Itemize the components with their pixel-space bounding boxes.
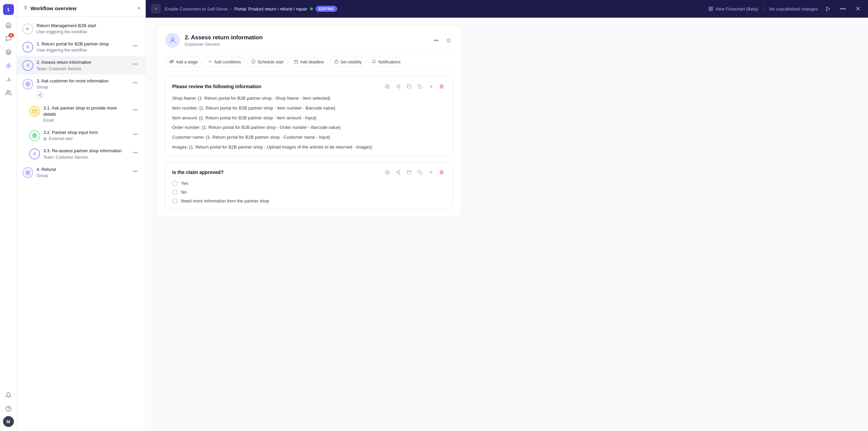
- svg-rect-30: [711, 7, 712, 8]
- content-blocks: Please review the following information: [165, 76, 453, 210]
- svg-rect-48: [419, 86, 422, 89]
- block-branch-button[interactable]: [394, 82, 403, 91]
- sidebar-item-more-step1[interactable]: •••: [130, 41, 140, 51]
- sidebar-header-icon: [22, 5, 28, 12]
- add-conditions-button[interactable]: Add conditions: [203, 57, 245, 67]
- schedule-start-button[interactable]: Schedule start: [247, 57, 288, 67]
- svg-point-27: [34, 153, 36, 154]
- notifications-button[interactable]: Notifications: [367, 57, 405, 67]
- svg-line-54: [398, 173, 399, 173]
- sidebar-item-sub-step1: User triggering the workflow: [37, 48, 127, 53]
- svg-point-50: [387, 172, 388, 173]
- nav-layers[interactable]: [2, 46, 15, 58]
- set-visibility-button[interactable]: Set visibility: [330, 57, 366, 67]
- sidebar: Workflow overview ▾ Return Management B2…: [17, 0, 146, 431]
- sidebar-item-start[interactable]: Return Management B2B start User trigger…: [17, 19, 145, 38]
- stage-more-button[interactable]: •••: [431, 36, 441, 45]
- svg-rect-36: [294, 60, 298, 63]
- block-claim-title: Is the claim approved?: [172, 170, 224, 175]
- sidebar-chevron-icon[interactable]: ▾: [138, 6, 140, 11]
- svg-line-55: [398, 171, 399, 172]
- sidebar-item-more-step4[interactable]: •••: [130, 166, 140, 176]
- topbar-flowchart-button[interactable]: View Flowchart (Beta): [708, 6, 758, 12]
- block-claim-settings-button[interactable]: [383, 168, 392, 177]
- nav-help[interactable]: [2, 403, 15, 415]
- radio-option-more-info[interactable]: Need more information from the partner s…: [172, 198, 446, 204]
- sidebar-item-avatar-step3-3: [29, 149, 40, 159]
- nav-chart[interactable]: [2, 73, 15, 85]
- block-claim-branch-button[interactable]: [394, 168, 403, 177]
- stage-title-block: 2. Assess return information Customer Se…: [185, 34, 427, 47]
- block-claim-copy-button[interactable]: [416, 168, 424, 177]
- add-stage-button[interactable]: Add a stage: [165, 57, 202, 67]
- app-logo[interactable]: 1: [3, 4, 14, 15]
- block-move-button[interactable]: [426, 82, 435, 91]
- sidebar-item-more-step3-3[interactable]: •••: [130, 148, 140, 157]
- set-visibility-label: Set visibility: [341, 60, 362, 64]
- add-deadline-button[interactable]: Add deadline: [289, 57, 328, 67]
- sidebar-item-step1[interactable]: 1. Return portal for B2B partner shop Us…: [17, 38, 145, 56]
- nav-home[interactable]: [2, 19, 15, 31]
- sidebar-item-step2[interactable]: 2. Assess return information Team: Custo…: [17, 56, 145, 74]
- block-claim-move-button[interactable]: [426, 168, 435, 177]
- topbar-close-button[interactable]: ✕: [853, 4, 863, 14]
- svg-line-46: [398, 85, 399, 86]
- sidebar-item-name-step4: 4. Refund: [37, 166, 127, 173]
- nav-bell[interactable]: [2, 389, 15, 401]
- block-review-title: Please review the following information: [172, 84, 261, 89]
- sidebar-item-avatar-start: [22, 23, 33, 34]
- main-content: 2. Assess return information Customer Se…: [146, 18, 868, 431]
- svg-marker-14: [27, 27, 29, 31]
- sidebar-item-step4[interactable]: 4. Refund Group •••: [17, 163, 145, 181]
- svg-point-51: [399, 170, 400, 172]
- schedule-start-icon: [251, 59, 256, 65]
- radio-option-yes[interactable]: Yes: [172, 181, 446, 186]
- block-review-text: Shop Name: {1. Return portal for B2B par…: [172, 95, 446, 151]
- sidebar-item-name-step3-1: 3.1. Ask partner shop to provide more de…: [43, 105, 127, 117]
- nav-workflow[interactable]: [2, 60, 15, 72]
- sidebar-item-content-step2: 2. Assess return information Team: Custo…: [37, 59, 127, 71]
- radio-option-no[interactable]: No: [172, 190, 446, 195]
- sidebar-item-step3-1[interactable]: 3.1. Ask partner shop to provide more de…: [17, 102, 145, 126]
- block-delete-button[interactable]: [437, 82, 446, 91]
- topbar-collapse-button[interactable]: [151, 4, 161, 14]
- stage-trash-button[interactable]: [444, 36, 453, 45]
- sidebar-item-avatar-step3-2: [29, 130, 40, 141]
- sidebar-item-sub-step3: Group: [37, 85, 127, 90]
- block-copy-button[interactable]: [416, 82, 424, 91]
- radio-label-no: No: [181, 190, 187, 195]
- sidebar-item-step3[interactable]: 3. Ask customer for more information Gro…: [17, 75, 145, 102]
- add-conditions-icon: [208, 59, 212, 65]
- sidebar-item-sub-step2: Team: Customer Service: [37, 66, 127, 71]
- sidebar-item-step3-2[interactable]: 3.2. Partner shop input form External us…: [17, 126, 145, 144]
- block-settings-button[interactable]: [383, 82, 392, 91]
- sidebar-item-more-step2[interactable]: •••: [130, 59, 140, 69]
- sidebar-item-more-step3[interactable]: •••: [130, 78, 140, 87]
- sidebar-item-avatar-step2: [22, 60, 33, 71]
- sidebar-item-sub-start: User triggering the workflow: [37, 30, 140, 34]
- sidebar-item-name-step3: 3. Ask customer for more information: [37, 78, 127, 84]
- svg-point-19: [39, 94, 40, 95]
- sidebar-item-name-start: Return Management B2B start: [37, 23, 140, 29]
- nav-inbox[interactable]: 8: [2, 33, 15, 45]
- svg-point-1: [7, 65, 9, 67]
- sidebar-item-more-step3-2[interactable]: •••: [130, 130, 140, 139]
- block-text-line-1: Item number: {1. Return portal for B2B p…: [172, 105, 446, 112]
- user-avatar[interactable]: M: [3, 416, 14, 427]
- topbar-breadcrumb-link[interactable]: Enable Customers to Self-Serve: [165, 6, 228, 12]
- topbar-more-button[interactable]: •••: [838, 4, 848, 14]
- svg-line-21: [39, 95, 40, 96]
- block-claim-delete-button[interactable]: [437, 168, 446, 177]
- block-claim-header: Is the claim approved?: [172, 168, 446, 177]
- sidebar-item-step3-3[interactable]: 3.3. Re-assess partner shop information …: [17, 144, 145, 163]
- svg-point-18: [41, 93, 42, 94]
- block-claim-preview-button[interactable]: [405, 168, 413, 177]
- topbar-play-button[interactable]: [823, 4, 833, 14]
- topbar-divider: [764, 5, 764, 12]
- sidebar-item-more-step3-1[interactable]: •••: [130, 105, 140, 115]
- svg-rect-32: [709, 9, 710, 11]
- nav-team[interactable]: [2, 87, 15, 99]
- block-preview-button[interactable]: [405, 82, 413, 91]
- sidebar-item-sub-step3-1: Email: [43, 118, 127, 123]
- notifications-label: Notifications: [378, 60, 400, 64]
